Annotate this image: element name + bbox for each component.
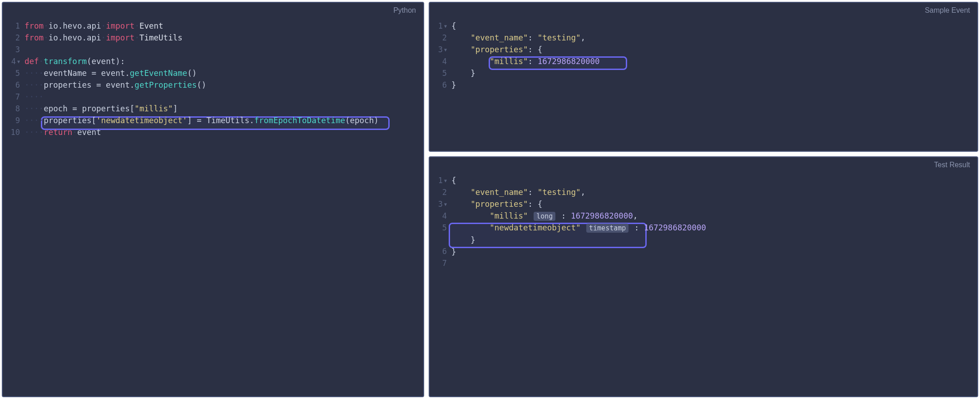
code-token: } [451, 69, 475, 78]
code-line[interactable]: def·transform(event): [25, 55, 423, 67]
code-line[interactable]: "properties": { [451, 44, 977, 55]
code-line[interactable]: "newdatetimeobject" timestamp : 16729868… [451, 222, 977, 234]
code-token: : [528, 57, 538, 66]
code-token: getEventName [130, 69, 187, 78]
test-result-gutter: 1▼23▼4567 [430, 175, 451, 396]
code-token: def [25, 57, 39, 66]
code-line[interactable]: } [451, 67, 977, 79]
code-line[interactable]: "millis": 1672986820000 [451, 55, 977, 67]
test-result-code-area[interactable]: 1▼23▼4567 { "event_name": "testing", "pr… [430, 171, 977, 396]
code-token: eventName = event. [44, 69, 130, 78]
line-number-wrap [430, 234, 447, 245]
right-column: Sample Event 1▼23▼456 { "event_name": "t… [429, 2, 978, 397]
code-line[interactable]: ····return·event [25, 126, 423, 138]
line-number: 6 [3, 79, 20, 91]
line-number: 1 [3, 20, 20, 32]
code-token [451, 200, 470, 209]
test-result-title: Test Result [430, 157, 977, 171]
code-token: transform [44, 57, 87, 66]
code-token [451, 33, 470, 42]
code-token: 'newdatetimeobject' [96, 116, 187, 125]
code-line[interactable] [25, 44, 423, 55]
code-token: "millis" [490, 57, 528, 66]
code-line[interactable]: ···· [25, 91, 423, 103]
code-token [451, 223, 490, 232]
code-token: } [451, 80, 456, 90]
code-token: : [528, 33, 538, 42]
line-number: 3▼ [430, 44, 447, 55]
line-number: 9 [3, 115, 20, 126]
code-line[interactable]: "event_name": "testing", [451, 32, 977, 44]
code-token: "event_name" [470, 188, 528, 197]
code-line[interactable]: ····properties['newdatetimeobject'] = Ti… [25, 115, 423, 126]
fold-arrow-icon[interactable]: ▼ [444, 175, 447, 187]
code-token: ···· [25, 104, 44, 113]
code-token: · [72, 128, 77, 137]
code-token: ] [173, 104, 178, 113]
code-line[interactable]: from·io.hevo.api·import·TimeUtils [25, 32, 423, 44]
code-token: epoch = properties[ [44, 104, 134, 113]
code-token: ] = TimeUtils. [187, 116, 254, 125]
fold-arrow-icon[interactable]: ▼ [444, 20, 447, 32]
code-token: } [451, 235, 475, 244]
code-token: : [528, 188, 538, 197]
code-line[interactable]: } [451, 246, 977, 258]
code-token: () [187, 69, 197, 78]
line-number: 4 [430, 210, 447, 222]
code-token: "millis" [490, 211, 528, 220]
code-line[interactable]: "properties": { [451, 198, 977, 210]
code-token: "event_name" [470, 33, 528, 42]
code-token: 1672986820000 [644, 223, 706, 232]
line-number: 4▼ [3, 55, 20, 67]
code-line[interactable]: ····eventName = event.getEventName() [25, 67, 423, 79]
fold-arrow-icon[interactable]: ▼ [444, 199, 447, 210]
code-line[interactable]: { [451, 175, 977, 186]
type-badge: long [534, 212, 555, 221]
line-number: 5 [430, 67, 447, 79]
code-token: : [561, 211, 571, 220]
test-result-code-lines[interactable]: { "event_name": "testing", "properties":… [451, 175, 977, 396]
code-line[interactable]: from·io.hevo.api·import·Event [25, 20, 423, 32]
code-token: (epoch) [345, 116, 379, 125]
line-number: 7 [3, 91, 20, 103]
line-number: 5 [430, 222, 447, 234]
fold-arrow-icon[interactable]: ▼ [444, 44, 447, 56]
python-gutter: 1234▼5678910 [3, 20, 25, 396]
code-line[interactable]: ····properties = event.getProperties() [25, 79, 423, 91]
code-token: : { [528, 200, 543, 209]
python-editor-panel: Python 1234▼5678910 from·io.hevo.api·imp… [2, 2, 424, 397]
code-token: · [134, 33, 139, 42]
code-token: import [106, 21, 134, 30]
code-token: , [581, 188, 586, 197]
code-line[interactable]: "millis" long : 1672986820000, [451, 210, 977, 222]
code-token: ···· [25, 80, 44, 90]
code-line[interactable]: { [451, 20, 977, 32]
fold-arrow-icon[interactable]: ▼ [17, 56, 20, 68]
code-line[interactable]: "event_name": "testing", [451, 186, 977, 198]
line-number: 3 [3, 44, 20, 55]
sample-event-title: Sample Event [430, 3, 977, 16]
code-line[interactable]: } [451, 234, 977, 246]
python-panel-title: Python [3, 3, 423, 16]
code-token: fromEpochToDatetime [254, 116, 345, 125]
code-token: properties[ [44, 116, 96, 125]
sample-event-code-lines[interactable]: { "event_name": "testing", "properties":… [451, 20, 977, 151]
code-token: io.hevo.api [49, 33, 101, 42]
code-token: (event): [87, 57, 125, 66]
python-code-lines[interactable]: from·io.hevo.api·import·Eventfrom·io.hev… [25, 20, 423, 396]
code-token: { [451, 21, 456, 30]
code-token [451, 211, 490, 220]
code-token: · [101, 21, 106, 30]
sample-event-code-area[interactable]: 1▼23▼456 { "event_name": "testing", "pro… [430, 16, 977, 151]
code-token: io.hevo.api [49, 21, 101, 30]
type-badge: timestamp [586, 224, 629, 233]
code-line[interactable]: } [451, 79, 977, 91]
line-number: 6 [430, 245, 447, 257]
code-line[interactable]: ····epoch = properties["millis"] [25, 103, 423, 115]
line-number: 6 [430, 79, 447, 91]
line-number: 4 [430, 55, 447, 67]
line-number: 5 [3, 67, 20, 79]
line-number: 3▼ [430, 198, 447, 210]
code-token: "properties" [470, 45, 528, 54]
python-code-area[interactable]: 1234▼5678910 from·io.hevo.api·import·Eve… [3, 16, 423, 396]
